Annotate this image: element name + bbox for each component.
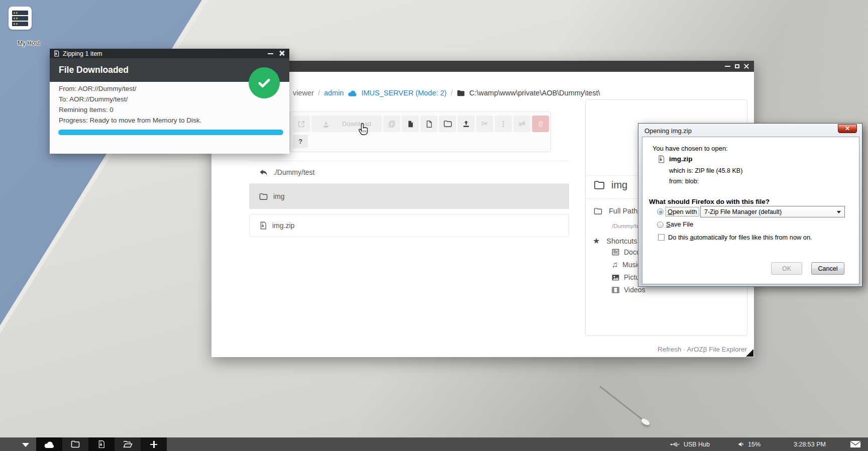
file-row-img-folder[interactable]: img [249,184,569,209]
cloud-icon [44,440,55,448]
hand-cursor [358,122,370,136]
close-icon[interactable]: ✕ [838,124,857,133]
speaker-icon [738,441,744,447]
shortcut-videos[interactable]: Videos [612,286,645,294]
breadcrumb-path[interactable]: C:\wamp\www\private\AOB\Dummy\test\ [469,89,600,97]
open-with-radio[interactable] [657,208,664,215]
server-icon[interactable] [9,7,32,30]
breadcrumb-user[interactable]: admin [324,89,344,97]
dialog-from: from: blob: [669,178,699,185]
resize-handle[interactable] [746,349,753,357]
folder-icon [71,440,80,448]
folder-icon [594,207,602,215]
open-folder-icon [123,440,133,448]
swap-button[interactable]: ⇌ [513,116,530,132]
cancel-button[interactable]: Cancel [811,262,844,275]
full-path-row: Full Path [594,207,637,215]
swap-icon: ⇌ [518,120,525,128]
help-button[interactable]: ? [293,135,308,148]
minimize-icon[interactable] [725,66,730,67]
paste-button[interactable] [402,116,419,132]
picture-icon [612,274,619,281]
dialog-title: Opening img.zip [644,127,692,135]
volume-status[interactable]: 15% [738,441,761,448]
zip-progress-line: Progress: Ready to move from Memory to D… [59,117,201,124]
new-folder-button[interactable] [439,116,456,132]
save-file-label[interactable]: Save File [666,220,693,228]
documents-icon [612,249,619,256]
copy-button[interactable] [383,116,400,132]
do-automatically-label[interactable]: Do this automatically for files like thi… [668,234,812,241]
open-with-label[interactable]: Open with [666,207,699,216]
shortcuts-label: Shortcuts [606,237,637,245]
zip-file-icon [260,221,267,230]
zip-to-line: To: AOR://Dummy/test/ [59,95,128,103]
shortcut-music[interactable]: ♫ Music [612,261,641,269]
close-icon[interactable] [279,51,284,56]
taskbar: USB Hub 15% 3:28:53 PM [0,437,868,451]
open-button[interactable] [293,116,310,132]
file-row-img-zip[interactable]: img.zip [249,214,569,237]
close-icon[interactable] [744,64,749,69]
file-name: ./Dummy/test [273,168,314,176]
zip-file-icon [658,155,665,163]
zip-file-icon [98,440,105,448]
ok-button[interactable]: OK [771,262,802,275]
explorer-footer: Refresh · ArOZβ File Explorer [658,346,747,353]
toolbar: Download ✂ ⇌ [290,111,551,152]
star-icon: ★ [593,237,600,245]
progress-bar [58,130,283,135]
usb-status[interactable]: USB Hub [670,441,710,448]
zipping-title: Zipping 1 item [63,50,102,57]
delete-button[interactable] [532,116,549,132]
shortcuts-row: ★ Shortcuts [593,237,637,245]
cut-button[interactable]: ✂ [476,116,493,132]
opening-file-dialog: Opening img.zip ✕ You have chosen to ope… [638,123,862,287]
file-name: img.zip [272,221,294,230]
minimize-icon[interactable] [268,53,273,54]
taskbar-add-app[interactable] [141,437,167,451]
zip-remaining-line: Remining Items: 0 [59,106,114,114]
desktop-shortcut-label: My Host [9,40,49,47]
folder-icon [457,89,465,97]
combo-value: 7-Zip File Manager (default) [704,208,782,215]
do-automatically-checkbox[interactable] [658,234,665,241]
dialog-intro: You have chosen to open: [653,145,728,152]
dialog-question: What should Firefox do with this file? [649,198,770,205]
taskbar-open-folder-app[interactable] [115,437,141,451]
explorer-titlebar[interactable] [211,61,754,72]
file-row-parent-dir[interactable]: ./Dummy/test [249,161,569,184]
save-file-radio[interactable] [657,221,664,228]
new-file-button[interactable] [420,116,438,132]
breadcrumb-viewer[interactable]: viewer [293,89,314,97]
clock[interactable]: 3:28:53 PM [794,441,826,448]
open-with-select[interactable]: 7-Zip File Manager (default) [700,206,845,217]
download-button[interactable]: Download [311,116,382,132]
brand-label: ArOZβ File Explorer [687,346,747,353]
zipping-titlebar[interactable]: Zipping 1 item [50,49,289,58]
upload-button[interactable] [458,116,475,132]
cut-icon: ✂ [481,120,488,128]
breadcrumb-server[interactable]: IMUS_SERVER (Mode: 2) [361,89,447,97]
success-check-icon [249,67,280,98]
zip-file-icon [54,50,59,57]
zipping-window: Zipping 1 item File Downloaded From: AOR… [50,49,289,154]
refresh-link[interactable]: Refresh [658,346,681,353]
video-icon [612,287,619,293]
folder-icon [259,193,268,200]
dialog-which-is: which is: ZIP file (45.8 KB) [669,167,742,174]
taskbar-folder-app[interactable] [62,437,88,451]
zip-from-line: From: AOR://Dummy/test/ [59,85,137,92]
back-arrow-icon [259,169,268,176]
dialog-content: You have chosen to open: img.zip which i… [642,137,859,284]
maximize-icon[interactable] [735,64,739,68]
panel-title: img [611,179,627,191]
cloud-icon [348,89,357,97]
full-path-label: Full Path [609,207,637,215]
rename-button[interactable] [495,116,512,132]
taskbar-zip-app[interactable] [88,437,115,451]
taskbar-cloud-app[interactable] [36,437,62,451]
caret-down-icon[interactable] [22,443,29,447]
plus-icon [150,441,157,448]
mail-icon[interactable] [850,440,861,448]
